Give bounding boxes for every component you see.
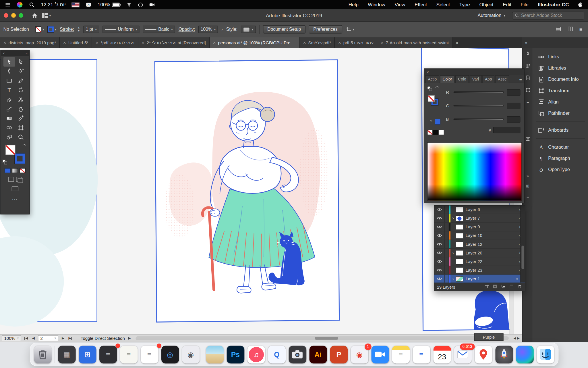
expand-chevron-icon[interactable]: ›: [450, 276, 456, 281]
dock-app-word-docs[interactable]: ≡: [413, 346, 430, 363]
menu-edit[interactable]: Edit: [503, 2, 511, 8]
dock-app-calendar[interactable]: 23: [433, 346, 451, 363]
swap-colors-icon[interactable]: [435, 85, 440, 91]
dock-app-document-dark[interactable]: ≡: [99, 346, 117, 363]
panel-character[interactable]: ACharacter: [533, 141, 588, 153]
delete-layer-icon[interactable]: [517, 284, 522, 290]
menu-file[interactable]: File: [521, 2, 528, 8]
rectangle-tool[interactable]: [3, 76, 15, 85]
none-button[interactable]: [20, 168, 26, 173]
visibility-toggle[interactable]: [434, 206, 445, 214]
dock-app-music[interactable]: ♫: [247, 346, 265, 363]
selection-tool[interactable]: [3, 57, 15, 67]
collapsed-panel-icon[interactable]: ≡: [527, 195, 529, 199]
color-panel-tab-colo[interactable]: Colo: [455, 75, 469, 83]
panel-links[interactable]: Links: [533, 51, 588, 62]
channel-slider[interactable]: [454, 118, 504, 120]
scrollbar-thumb[interactable]: [315, 337, 338, 340]
stroke-color-control[interactable]: ▾: [48, 26, 57, 32]
panel-menu-icon[interactable]: ≡: [518, 78, 523, 83]
new-sublayer-icon[interactable]: [501, 284, 506, 290]
panel-paragraph[interactable]: ¶Paragraph: [533, 153, 588, 164]
layer-row[interactable]: Layer 10○: [434, 231, 525, 240]
style-swatch-dropdown[interactable]: ▾: [241, 26, 256, 33]
layer-thumbnail[interactable]: [456, 267, 463, 273]
collapsed-panel-icon[interactable]: [525, 63, 530, 69]
visibility-toggle[interactable]: [434, 223, 445, 231]
menu-view[interactable]: View: [395, 2, 405, 8]
close-tab-icon[interactable]: ×: [303, 40, 306, 45]
dock-app-photos[interactable]: [206, 346, 224, 363]
keyboard-input-icon[interactable]: א: [85, 1, 92, 8]
hand-tool[interactable]: [15, 104, 27, 114]
scroll-right-arrows[interactable]: ◀ ▶: [513, 336, 521, 340]
dock-app-camera[interactable]: [289, 346, 306, 363]
color-panel-tab-app[interactable]: App: [482, 75, 495, 83]
layer-thumbnail[interactable]: [456, 241, 463, 247]
document-tab[interactable]: ×נעמי להדפסה.pdf*: [92, 37, 138, 48]
input-language-flag-icon[interactable]: [72, 3, 79, 7]
close-panel-icon[interactable]: ×: [426, 70, 429, 74]
curvature-tool[interactable]: [15, 67, 27, 76]
channel-slider[interactable]: [454, 105, 504, 106]
layer-row[interactable]: Layer 6○: [434, 206, 525, 214]
close-tab-icon[interactable]: ×: [338, 40, 341, 45]
color-panel-tab-color[interactable]: Color: [440, 75, 454, 83]
dock-app-quicktime[interactable]: Q: [268, 346, 286, 363]
visibility-toggle[interactable]: [434, 266, 445, 274]
visibility-toggle[interactable]: [434, 240, 445, 248]
default-fill-stroke-icon[interactable]: [2, 160, 7, 164]
layer-name[interactable]: Layer 23: [465, 268, 482, 273]
blend-tool[interactable]: [3, 123, 15, 133]
window-zoom-button[interactable]: [19, 13, 23, 18]
visibility-toggle[interactable]: [434, 275, 445, 282]
status-display[interactable]: Toggle Direct Selection: [81, 336, 125, 341]
collapsed-panel-icon[interactable]: ⊞: [526, 184, 529, 189]
channel-value-field[interactable]: [507, 103, 520, 109]
collapsed-panel-icon[interactable]: [525, 51, 530, 57]
dock-app-video-call[interactable]: [371, 346, 389, 363]
layer-name[interactable]: Layer 20: [465, 251, 482, 255]
dock-app-photoshop[interactable]: Ps: [227, 346, 244, 363]
layer-row[interactable]: Layer 9○: [434, 223, 525, 231]
stock-search-input[interactable]: [521, 13, 582, 18]
layer-row[interactable]: ›Layer 1○: [434, 275, 525, 282]
menu-window[interactable]: Window: [368, 2, 385, 8]
swap-fill-stroke-icon[interactable]: [22, 143, 27, 149]
zoom-level-dropdown[interactable]: 100%▾: [2, 335, 21, 341]
channel-value-field[interactable]: [507, 116, 520, 122]
collapsed-panel-icon[interactable]: [525, 75, 530, 81]
panel-pathfinder[interactable]: Pathfinder: [533, 108, 588, 119]
color-panel-tab-actio[interactable]: Actio: [425, 75, 439, 83]
stroke-weight-stepper[interactable]: ▲▼: [78, 26, 80, 32]
lock-toggle[interactable]: [445, 257, 449, 266]
spotlight-search-icon[interactable]: [28, 1, 35, 8]
next-artboard-button[interactable]: ▶: [61, 336, 65, 340]
lock-toggle[interactable]: [445, 249, 449, 257]
type-tool[interactable]: T: [3, 85, 15, 95]
visibility-toggle[interactable]: [434, 231, 445, 240]
dock-app-finder[interactable]: [537, 346, 554, 363]
isolate-selection-icon[interactable]: ▾: [345, 26, 354, 32]
last-color-swatch[interactable]: [435, 119, 440, 125]
close-panel-icon[interactable]: ×: [3, 51, 5, 55]
adobe-stock-search[interactable]: [512, 12, 584, 19]
menu-type[interactable]: Type: [459, 2, 470, 8]
close-tab-icon[interactable]: ×: [381, 40, 384, 45]
expand-chevron-icon[interactable]: ›: [450, 250, 456, 255]
document-tab[interactable]: ×עמוד מעבר5.pdf: [335, 37, 377, 48]
collapsed-panel-icon[interactable]: [525, 87, 530, 93]
target-circle-icon[interactable]: ○: [516, 277, 518, 281]
screen-mode-button[interactable]: [12, 186, 19, 191]
artboard-tool[interactable]: [15, 123, 27, 133]
layers-scrollbar[interactable]: [520, 206, 525, 283]
lock-toggle[interactable]: [445, 266, 449, 274]
menu-bar-clock[interactable]: 12:21 יום ג׳: [41, 2, 66, 8]
dock-app-text-document[interactable]: ≡: [140, 346, 158, 363]
shape-builder-tool[interactable]: [3, 133, 15, 142]
status-circle-icon[interactable]: [138, 3, 143, 7]
panel-opentype[interactable]: OOpenType: [533, 164, 588, 175]
color-panel-tab-vari[interactable]: Vari: [469, 75, 481, 83]
draw-behind-button[interactable]: [16, 177, 22, 182]
gradient-tool[interactable]: [3, 114, 15, 123]
